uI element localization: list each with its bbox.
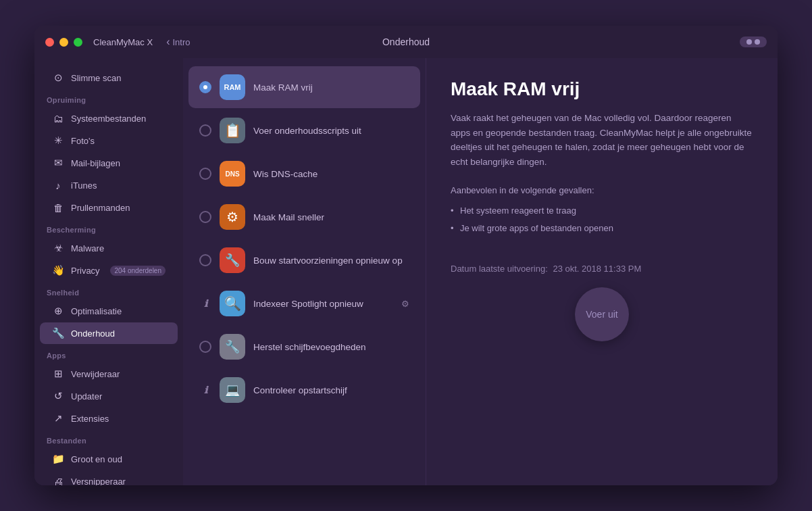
spinner-icon: ⚙ xyxy=(401,299,409,309)
sidebar-item-slimme-scan[interactable]: ⊙ Slimme scan xyxy=(40,67,178,89)
task-icon-mail: ⚙ xyxy=(220,204,245,230)
scan-icon: ⊙ xyxy=(52,72,64,84)
task-radio-ram xyxy=(199,81,211,93)
task-radio-mail xyxy=(199,211,211,223)
detail-recommended-label: Aanbevolen in de volgende gevallen: xyxy=(451,185,753,195)
task-icon-check: 💻 xyxy=(220,377,245,403)
bullet-1: Het systeem reageert te traag xyxy=(451,202,753,220)
itunes-icon: ♪ xyxy=(52,179,64,191)
task-label-scripts: Voer onderhoudsscripts uit xyxy=(253,126,361,136)
task-radio-spotlight: ℹ xyxy=(199,297,211,310)
onderhoud-icon: 🔧 xyxy=(52,327,64,339)
sidebar-item-fotos[interactable]: ✳ Foto's xyxy=(40,130,178,151)
task-item-scripts[interactable]: 📋 Voer onderhoudsscripts uit xyxy=(188,110,420,151)
main-window: CleanMyMac X ‹ Intro Onderhoud ⊙ Slimme … xyxy=(34,26,778,485)
task-icon-scripts: 📋 xyxy=(220,118,245,143)
task-radio-startup xyxy=(199,254,211,266)
sidebar-label-mail-bijlagen: Mail-bijlagen xyxy=(71,158,120,168)
section-opruiming: Opruiming xyxy=(34,89,183,107)
prullenmanden-icon: 🗑 xyxy=(52,201,64,214)
sidebar-item-updater[interactable]: ↺ Updater xyxy=(40,385,178,407)
task-radio-dns xyxy=(199,168,211,180)
task-radio-check: ℹ xyxy=(199,384,211,396)
dot2 xyxy=(755,39,760,45)
sidebar-label-malware: Malware xyxy=(71,243,104,253)
app-title: CleanMyMac X xyxy=(93,37,153,47)
sidebar-label-updater: Updater xyxy=(71,391,102,402)
task-item-spotlight[interactable]: ℹ 🔍 Indexeer Spotlight opnieuw ⚙ xyxy=(188,283,420,324)
close-button[interactable] xyxy=(45,38,54,47)
sidebar-label-extensies: Extensies xyxy=(71,414,109,424)
sidebar-item-mail-bijlagen[interactable]: ✉ Mail-bijlagen xyxy=(40,152,178,174)
sidebar-item-optimalisatie[interactable]: ⊕ Optimalisatie xyxy=(40,300,178,322)
updater-icon: ↺ xyxy=(52,390,64,402)
nav-back[interactable]: ‹ Intro xyxy=(166,36,190,48)
sidebar-label-privacy: Privacy xyxy=(71,266,100,276)
task-icon-spotlight: 🔍 xyxy=(220,291,245,316)
dots-button[interactable] xyxy=(740,36,767,47)
sidebar-label-systeembestanden: Systeembestanden xyxy=(71,114,146,124)
bullet-2: Je wilt grote apps of bestanden openen xyxy=(451,220,753,237)
sidebar-item-prullenmanden[interactable]: 🗑 Prullenmanden xyxy=(40,197,178,218)
task-label-startup: Bouw startvoorzieningen opnieuw op xyxy=(253,256,403,266)
fotos-icon: ✳ xyxy=(52,135,64,147)
task-label-check: Controleer opstartschijf xyxy=(253,385,347,395)
sidebar-item-systeembestanden[interactable]: 🗂 Systeembestanden xyxy=(40,107,178,129)
task-icon-ram: RAM xyxy=(220,74,245,100)
dot1 xyxy=(746,39,752,45)
section-bestanden: Bestanden xyxy=(34,430,183,447)
systeembestanden-icon: 🗂 xyxy=(52,112,64,124)
task-label-spotlight: Indexeer Spotlight opnieuw xyxy=(253,299,363,309)
task-item-disk[interactable]: 🔧 Herstel schijfbevoegdheden xyxy=(188,326,420,368)
task-radio-scripts xyxy=(199,124,211,137)
run-button[interactable]: Voer uit xyxy=(575,287,629,341)
sidebar-label-fotos: Foto's xyxy=(71,136,95,146)
task-item-ram[interactable]: RAM Maak RAM vrij xyxy=(188,66,420,108)
sidebar-item-verwijderaar[interactable]: ⊞ Verwijderaar xyxy=(40,363,178,385)
mail-bijlagen-icon: ✉ xyxy=(52,157,64,169)
sidebar-item-itunes[interactable]: ♪ iTunes xyxy=(40,174,178,196)
sidebar-label-verwijderaar: Verwijderaar xyxy=(71,369,120,379)
sidebar-label-prullenmanden: Prullenmanden xyxy=(71,203,130,213)
run-button-container: Voer uit xyxy=(451,287,753,341)
extensies-icon: ↗ xyxy=(52,412,64,424)
sidebar-item-versnipperaar[interactable]: 🖨 Versnipperaar xyxy=(40,470,178,485)
svg-point-0 xyxy=(203,85,207,89)
task-item-startup[interactable]: 🔧 Bouw startvoorzieningen opnieuw op xyxy=(188,239,420,281)
sidebar-item-privacy[interactable]: 👋 Privacy 204 onderdelen xyxy=(40,260,178,281)
back-arrow-icon: ‹ xyxy=(166,36,170,48)
detail-title: Maak RAM vrij xyxy=(451,78,753,100)
sidebar-label-versnipperaar: Versnipperaar xyxy=(71,477,126,486)
optimalisatie-icon: ⊕ xyxy=(52,305,64,317)
date-value: 23 okt. 2018 11:33 PM xyxy=(553,264,641,274)
sidebar-item-extensies[interactable]: ↗ Extensies xyxy=(40,408,178,429)
sidebar: ⊙ Slimme scan Opruiming 🗂 Systeembestand… xyxy=(34,58,183,485)
groot-oud-icon: 📁 xyxy=(52,453,64,465)
task-item-check-startup[interactable]: ℹ 💻 Controleer opstartschijf xyxy=(188,369,420,411)
task-radio-disk xyxy=(199,341,211,353)
main-content: ⊙ Slimme scan Opruiming 🗂 Systeembestand… xyxy=(34,58,778,485)
header-center-label: Onderhoud xyxy=(382,36,430,47)
task-item-mail[interactable]: ⚙ Maak Mail sneller xyxy=(188,196,420,238)
sidebar-item-onderhoud[interactable]: 🔧 Onderhoud xyxy=(40,322,178,344)
titlebar: CleanMyMac X ‹ Intro Onderhoud xyxy=(34,26,778,58)
task-label-disk: Herstel schijfbevoegdheden xyxy=(253,342,366,352)
privacy-badge: 204 onderdelen xyxy=(110,266,166,276)
task-label-ram: Maak RAM vrij xyxy=(253,82,313,93)
right-panel: Maak RAM vrij Vaak raakt het geheugen va… xyxy=(426,58,778,485)
malware-icon: ☣ xyxy=(52,242,64,254)
minimize-button[interactable] xyxy=(59,38,68,47)
task-label-dns: Wis DNS-cache xyxy=(253,169,318,179)
traffic-lights xyxy=(45,38,82,47)
section-apps: Apps xyxy=(34,345,183,362)
sidebar-item-groot-en-oud[interactable]: 📁 Groot en oud xyxy=(40,448,178,470)
sidebar-item-malware[interactable]: ☣ Malware xyxy=(40,237,178,259)
maximize-button[interactable] xyxy=(74,38,82,47)
task-label-mail: Maak Mail sneller xyxy=(253,212,324,222)
detail-description: Vaak raakt het geheugen van de Mac volle… xyxy=(451,111,753,169)
task-item-dns[interactable]: DNS Wis DNS-cache xyxy=(188,153,420,195)
versnipperaar-icon: 🖨 xyxy=(52,475,64,485)
header-dots-area xyxy=(740,36,767,47)
task-icon-dns: DNS xyxy=(220,161,245,187)
task-icon-startup: 🔧 xyxy=(220,247,245,273)
